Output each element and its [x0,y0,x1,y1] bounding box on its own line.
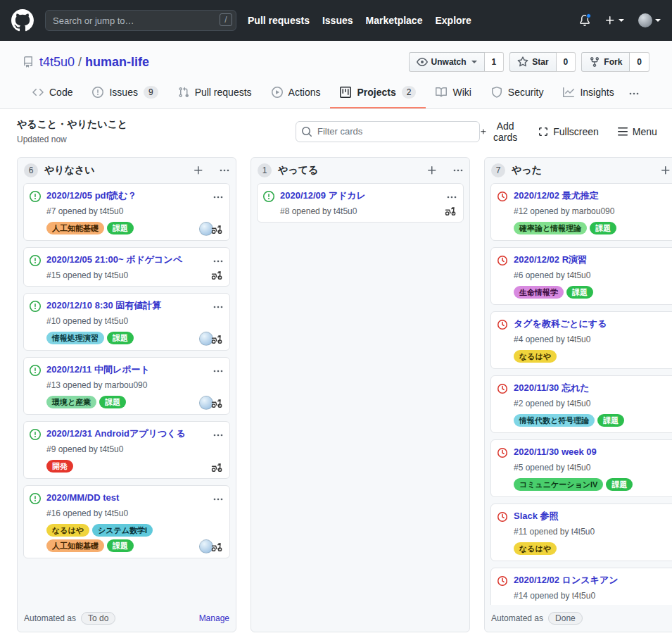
assignee-avatar[interactable] [443,204,457,218]
fullscreen-button[interactable]: Fullscreen [538,126,599,137]
add-card-button[interactable] [660,165,671,176]
card-menu-button[interactable] [213,494,224,505]
filter-cards-input[interactable] [296,121,480,142]
project-card[interactable]: タグを教科ごとにする#4 opened by t4t5u0なるはや [490,311,672,369]
issue-label[interactable]: なるはや [514,542,557,555]
project-card[interactable]: 2020/12/02 R演習#6 opened by t4t5u0生命情報学課題 [490,247,672,305]
issue-label[interactable]: 課題 [606,478,633,491]
card-menu-button[interactable] [213,256,224,267]
issue-label[interactable]: 課題 [99,396,126,408]
card-menu-button[interactable] [213,430,224,441]
repo-tabs-overflow-button[interactable] [628,88,640,99]
issue-label[interactable]: 環境と産業 [46,396,96,408]
card-title-link[interactable]: 2020/12/10 8:30 固有値計算 [46,299,207,313]
issue-label[interactable]: 情報代数と符号理論 [514,414,595,427]
board-menu-button[interactable]: Menu [617,126,657,137]
card-menu-button[interactable] [213,365,224,377]
issue-label[interactable]: コミュニケーションIV [514,478,603,491]
star-count[interactable]: 0 [557,52,576,72]
assignee-avatar[interactable] [210,268,224,282]
card-menu-button[interactable] [446,192,457,203]
card-title-link[interactable]: 2020/12/09 アドカレ [280,189,440,203]
column-menu-button[interactable] [452,165,464,176]
card-title-link[interactable]: 2020/11/30 week 09 [514,446,672,459]
add-cards-button[interactable]: Add cards [480,120,519,143]
assignee-avatar[interactable] [210,460,224,474]
repo-owner-link[interactable]: t4t5u0 [39,55,75,70]
issue-label[interactable]: 課題 [597,414,624,427]
project-card[interactable]: 2020/12/11 中間レポート#13 opened by marbou090… [23,357,230,415]
create-new-button[interactable] [604,15,624,26]
project-card[interactable]: 2020/11/30 忘れた#2 opened by t4t5u0情報代数と符号… [490,375,672,433]
issue-label[interactable]: 情報処理演習 [46,332,104,344]
issue-label[interactable]: 課題 [107,222,134,234]
project-card[interactable]: 2020/12/05 21:00~ ボドゲコンペ#15 opened by t4… [23,247,230,287]
card-title-link[interactable]: 2020/11/30 忘れた [514,382,672,395]
nav-explore[interactable]: Explore [435,15,471,26]
project-card[interactable]: 2020/MM/DD test#16 opened by t4t5u0なるはやシ… [23,485,230,558]
issue-label[interactable]: 課題 [107,539,134,552]
tab-wiki[interactable]: Wiki [426,80,481,108]
issue-label[interactable]: システム数学I [92,524,153,537]
assignee-avatar[interactable] [210,222,224,236]
card-title-link[interactable]: Slack 参照 [514,510,672,523]
nav-marketplace[interactable]: Marketplace [366,15,423,26]
tab-projects[interactable]: Projects 2 [330,79,426,108]
star-button[interactable]: Star [509,52,556,72]
card-menu-button[interactable] [213,301,224,313]
project-card[interactable]: 2020/12/10 8:30 固有値計算#10 opened by t4t5u… [23,293,230,351]
tab-code[interactable]: Code [23,80,82,108]
watch-count[interactable]: 1 [485,52,505,72]
card-title-link[interactable]: 2020/12/05 pdf読む？ [46,189,207,203]
tab-actions[interactable]: Actions [262,80,331,108]
issue-label[interactable]: 確率論と情報理論 [514,222,587,234]
project-card[interactable]: 2020/12/02 最尤推定#12 opened by marbou090確率… [490,183,672,241]
issue-label[interactable]: 人工知能基礎 [46,539,104,552]
card-labels: 環境と産業課題 [46,396,187,408]
tab-pull-requests[interactable]: Pull requests [168,80,262,108]
assignee-avatar[interactable] [210,332,224,346]
project-card[interactable]: Slack 参照#11 opened by t4t5u0なるはや [490,503,672,561]
repo-name-link[interactable]: human-life [85,55,149,70]
project-card[interactable]: 2020/11/30 week 09#5 opened by t4t5u0コミュ… [490,439,672,497]
card-title-link[interactable]: タグを教科ごとにする [514,318,672,331]
nav-issues[interactable]: Issues [322,15,353,26]
card-title-link[interactable]: 2020/12/02 最尤推定 [514,189,672,203]
card-menu-button[interactable] [213,192,224,203]
issue-label[interactable]: 課題 [590,222,616,234]
issue-label[interactable]: 人工知能基礎 [46,222,104,234]
add-card-button[interactable] [426,165,438,176]
user-menu-button[interactable] [638,13,661,27]
tab-security[interactable]: Security [481,80,554,108]
issue-label[interactable]: 課題 [566,286,593,299]
issue-label[interactable]: 課題 [107,332,134,344]
assignee-avatar[interactable] [210,396,224,410]
issue-label[interactable]: なるはや [46,524,89,537]
card-title-link[interactable]: 2020/12/02 ロンスキアン [514,574,672,587]
manage-link[interactable]: Manage [199,613,229,623]
github-logo[interactable] [11,9,34,32]
tab-insights[interactable]: Insights [553,80,623,108]
nav-pull-requests[interactable]: Pull requests [248,15,310,26]
fork-button[interactable]: Fork [581,52,630,72]
issue-label[interactable]: 生命情報学 [514,286,564,299]
issue-label[interactable]: なるはや [514,350,557,363]
fork-count[interactable]: 0 [630,52,649,72]
issue-label[interactable]: 開発 [46,460,73,473]
card-title-link[interactable]: 2020/12/31 Androidアプリつくる [46,427,207,441]
column-menu-button[interactable] [219,165,230,176]
global-search-input[interactable] [45,10,236,31]
unwatch-button[interactable]: Unwatch [409,52,485,72]
add-card-button[interactable] [193,165,204,176]
project-card[interactable]: 2020/12/02 ロンスキアン#14 opened by t4t5u0システ… [490,568,672,605]
card-title-link[interactable]: 2020/12/05 21:00~ ボドゲコンペ [46,254,207,267]
assignee-avatar[interactable] [210,539,224,553]
tab-issues[interactable]: Issues 9 [82,79,167,108]
card-title-link[interactable]: 2020/MM/DD test [46,492,207,505]
card-title-link[interactable]: 2020/12/11 中間レポート [46,363,207,377]
project-card[interactable]: 2020/12/05 pdf読む？#7 opened by t4t5u0人工知能… [23,183,230,241]
notifications-bell-icon[interactable] [579,15,590,26]
card-title-link[interactable]: 2020/12/02 R演習 [514,254,672,267]
project-card[interactable]: 2020/12/09 アドカレ#8 opened by t4t5u0 [257,183,464,223]
project-card[interactable]: 2020/12/31 Androidアプリつくる#9 opened by t4t… [23,421,230,479]
